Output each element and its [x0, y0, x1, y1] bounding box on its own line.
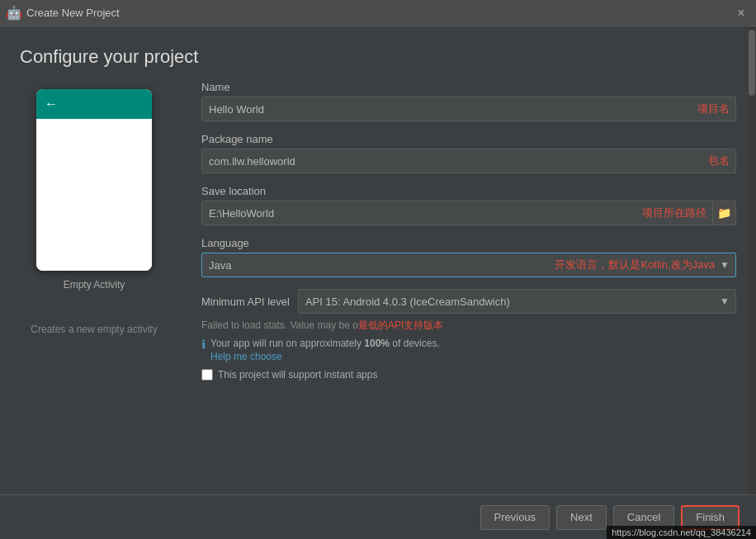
language-field-group: Language Java Kotlin 开发语言，默认是Kotlin,改为Ja…	[201, 237, 736, 277]
package-field-group: Package name 包名	[201, 133, 736, 173]
package-label: Package name	[201, 133, 736, 145]
instant-apps-row: This project will support instant apps	[201, 369, 736, 381]
name-input[interactable]	[201, 97, 736, 121]
instant-apps-label: This project will support instant apps	[218, 369, 377, 381]
next-button[interactable]: Next	[556, 505, 607, 530]
folder-icon: 📁	[717, 206, 731, 220]
dialog-title: Create New Project	[26, 7, 120, 19]
api-level-select[interactable]: API 15: Android 4.0.3 (IceCreamSandwich)…	[298, 289, 736, 314]
app-icon: 🤖	[7, 6, 21, 21]
phone-back-icon: ←	[45, 97, 58, 111]
name-field-group: Name 项目名	[201, 81, 736, 121]
name-label: Name	[201, 81, 736, 93]
activity-description: Creates a new empty activity	[31, 324, 157, 335]
page-title: Configure your project	[0, 26, 756, 81]
instant-apps-checkbox[interactable]	[201, 369, 213, 381]
scrollbar[interactable]	[748, 26, 756, 494]
info-text: Your app will run on approximately 100% …	[210, 338, 440, 349]
save-location-input-wrap: 项目所在路径 📁	[201, 201, 736, 225]
phone-preview: ←	[36, 89, 152, 271]
help-me-choose-link[interactable]: Help me choose	[210, 351, 440, 362]
scrollbar-thumb	[749, 30, 755, 96]
language-select-wrap: Java Kotlin 开发语言，默认是Kotlin,改为Java ▼	[201, 253, 736, 277]
title-bar: 🤖 Create New Project ×	[0, 0, 756, 26]
info-percentage: 100%	[364, 338, 390, 349]
phone-body	[36, 119, 152, 271]
name-input-wrap: 项目名	[201, 97, 736, 121]
package-input-wrap: 包名	[201, 149, 736, 173]
language-select[interactable]: Java Kotlin	[201, 253, 736, 277]
api-level-label: Minimum API level	[201, 296, 290, 308]
left-panel: ← Empty Activity Creates a new empty act…	[20, 81, 168, 539]
activity-label: Empty Activity	[64, 279, 125, 291]
save-location-label: Save location	[201, 185, 736, 197]
language-label: Language	[201, 237, 736, 249]
save-location-field-group: Save location 项目所在路径 📁	[201, 185, 736, 225]
info-row: ℹ Your app will run on approximately 100…	[201, 338, 736, 362]
url-bar: https://blog.csdn.net/qq_38436214	[607, 526, 756, 539]
close-button[interactable]: ×	[733, 5, 749, 21]
api-level-field-group: Minimum API level API 15: Android 4.0.3 …	[201, 289, 736, 381]
info-content: Your app will run on approximately 100% …	[210, 338, 440, 362]
save-location-input[interactable]	[201, 201, 713, 225]
body-area: ← Empty Activity Creates a new empty act…	[0, 81, 756, 539]
stats-warning-text: Failed to load stats. Value may be o	[201, 319, 358, 331]
previous-button[interactable]: Previous	[480, 505, 550, 530]
info-icon: ℹ	[201, 338, 206, 351]
right-panel: Name 项目名 Package name 包名 Save location	[201, 81, 736, 539]
main-content: Configure your project ← Empty Activity …	[0, 26, 756, 539]
api-level-row: Minimum API level API 15: Android 4.0.3 …	[201, 289, 736, 314]
stats-warning: Failed to load stats. Value may be o最低的A…	[201, 319, 736, 333]
api-select-wrap: API 15: Android 4.0.3 (IceCreamSandwich)…	[298, 289, 736, 314]
browse-folder-button[interactable]: 📁	[713, 201, 736, 225]
phone-header: ←	[36, 89, 152, 119]
package-input[interactable]	[201, 149, 736, 173]
api-annotation: 最低的API支持版本	[358, 319, 443, 331]
